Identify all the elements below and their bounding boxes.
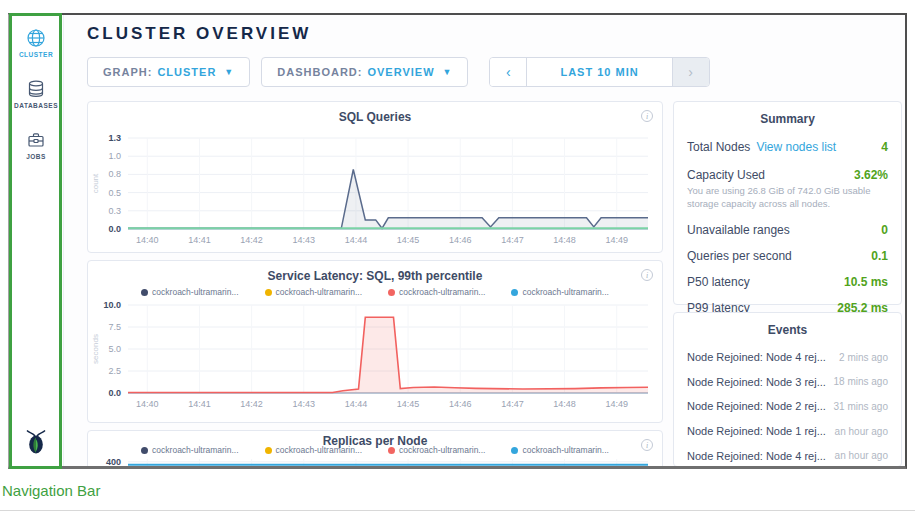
event-row[interactable]: Node Rejoined: Node 4 rej...an hour ago <box>687 443 888 467</box>
svg-text:14:48: 14:48 <box>553 399 576 409</box>
sidebar-item-databases[interactable]: DATABASES <box>14 79 58 109</box>
svg-text:0.5: 0.5 <box>108 188 121 198</box>
total-nodes-label: Total NodesView nodes list <box>687 140 836 154</box>
svg-text:0.0: 0.0 <box>108 388 121 398</box>
svg-text:14:45: 14:45 <box>397 399 420 409</box>
events-panel: Events Node Rejoined: Node 4 rej...2 min… <box>673 312 902 467</box>
legend-dot-icon <box>141 289 148 296</box>
event-time: 2 mins ago <box>839 352 888 363</box>
sidebar-item-label: CLUSTER <box>19 51 53 58</box>
sql-queries-chart-panel: SQL Queries i 0.00.30.50.81.01.314:4014:… <box>87 101 663 253</box>
graph-dropdown-label: GRAPH: <box>103 66 152 78</box>
capacity-value: 3.62% <box>854 168 888 182</box>
graph-dropdown[interactable]: GRAPH: CLUSTER ▼ <box>87 57 250 87</box>
svg-text:0.0: 0.0 <box>108 224 121 234</box>
service-latency-chart: 0.02.55.07.510.014:4014:4114:4214:4314:4… <box>88 299 660 413</box>
legend-item[interactable]: cockroach-ultramarin... <box>265 287 362 297</box>
info-icon[interactable]: i <box>641 439 653 451</box>
svg-text:400: 400 <box>106 457 121 467</box>
event-text: Node Rejoined: Node 4 rej... <box>687 351 826 363</box>
svg-text:14:42: 14:42 <box>240 399 263 409</box>
legend-label: cockroach-ultramarin... <box>522 287 608 297</box>
event-text: Node Rejoined: Node 4 rej... <box>687 450 826 462</box>
sidebar-item-jobs[interactable]: JOBS <box>26 130 46 160</box>
legend-item[interactable]: cockroach-ultramarin... <box>388 445 485 455</box>
svg-text:14:43: 14:43 <box>293 235 316 245</box>
briefcase-icon <box>26 130 46 150</box>
summary-row: Queries per second 0.1 <box>687 249 888 263</box>
svg-text:0.3: 0.3 <box>108 206 121 216</box>
legend-dot-icon <box>265 289 272 296</box>
sql-queries-chart: 0.00.30.50.81.01.314:4014:4114:4214:4314… <box>88 126 660 248</box>
svg-text:14:40: 14:40 <box>136 399 159 409</box>
events-list: Node Rejoined: Node 4 rej...2 mins agoNo… <box>687 345 888 467</box>
summary-row: Unavailable ranges 0 <box>687 223 888 237</box>
svg-text:14:44: 14:44 <box>345 235 368 245</box>
legend-item[interactable]: cockroach-ultramarin... <box>388 287 485 297</box>
database-icon <box>26 79 46 99</box>
event-time: an hour ago <box>835 426 888 437</box>
summary-row: P50 latency 10.5 ms <box>687 275 888 289</box>
summary-title: Summary <box>687 102 888 126</box>
svg-text:count: count <box>91 173 100 193</box>
controls-row: GRAPH: CLUSTER ▼ DASHBOARD: OVERVIEW ▼ ‹… <box>87 57 905 87</box>
navigation-bar: CLUSTER DATABASES <box>9 15 64 466</box>
svg-text:10.0: 10.0 <box>103 300 121 310</box>
svg-text:14:47: 14:47 <box>501 399 524 409</box>
legend-dot-icon <box>388 447 395 454</box>
sidebar-item-label: JOBS <box>26 153 46 160</box>
svg-text:2.5: 2.5 <box>108 366 121 376</box>
view-nodes-link[interactable]: View nodes list <box>756 140 836 154</box>
service-latency-chart-panel: Service Latency: SQL, 99th percentile i … <box>87 260 663 423</box>
event-row[interactable]: Node Rejoined: Node 2 rej...31 mins ago <box>687 394 888 419</box>
chevron-down-icon: ▼ <box>224 67 234 77</box>
legend-item[interactable]: cockroach-ultramarin... <box>141 445 238 455</box>
cockroachdb-logo[interactable] <box>22 429 50 459</box>
legend-dot-icon <box>511 447 518 454</box>
event-row[interactable]: Node Rejoined: Node 3 rej...18 mins ago <box>687 370 888 395</box>
svg-text:14:47: 14:47 <box>501 235 524 245</box>
svg-text:14:40: 14:40 <box>136 235 159 245</box>
legend-label: cockroach-ultramarin... <box>522 445 608 455</box>
total-nodes-row: Total NodesView nodes list 4 <box>687 140 888 154</box>
legend-item[interactable]: cockroach-ultramarin... <box>511 445 608 455</box>
legend-item[interactable]: cockroach-ultramarin... <box>265 445 362 455</box>
svg-text:14:49: 14:49 <box>605 399 628 409</box>
svg-text:7.5: 7.5 <box>108 322 121 332</box>
chart-legend: cockroach-ultramarin...cockroach-ultrama… <box>88 285 662 299</box>
chart-title: Service Latency: SQL, 99th percentile <box>88 261 662 285</box>
app-window: CLUSTER DATABASES <box>8 13 907 469</box>
svg-text:1.0: 1.0 <box>108 151 121 161</box>
svg-text:14:44: 14:44 <box>345 399 368 409</box>
legend-item[interactable]: cockroach-ultramarin... <box>141 287 238 297</box>
time-prev-button[interactable]: ‹ <box>490 58 527 86</box>
dashboard-dropdown[interactable]: DASHBOARD: OVERVIEW ▼ <box>261 57 468 87</box>
sidebar-item-cluster[interactable]: CLUSTER <box>19 28 53 58</box>
dashboard-dropdown-value: OVERVIEW <box>367 66 434 78</box>
event-text: Node Rejoined: Node 1 rej... <box>687 425 826 437</box>
event-row[interactable]: Node Rejoined: Node 4 rej...2 mins ago <box>687 345 888 370</box>
event-time: an hour ago <box>835 450 888 461</box>
time-range-label[interactable]: LAST 10 MIN <box>527 58 671 86</box>
svg-text:14:49: 14:49 <box>605 235 628 245</box>
legend-label: cockroach-ultramarin... <box>399 445 485 455</box>
dashboard-content: SQL Queries i 0.00.30.50.81.01.314:4014:… <box>87 101 905 469</box>
info-icon[interactable]: i <box>641 110 653 122</box>
time-next-button[interactable]: › <box>672 58 709 86</box>
legend-label: cockroach-ultramarin... <box>276 287 362 297</box>
info-icon[interactable]: i <box>641 269 653 281</box>
cockroach-bug-icon <box>22 429 50 455</box>
legend-label: cockroach-ultramarin... <box>152 445 238 455</box>
svg-text:1.3: 1.3 <box>108 133 121 143</box>
event-row[interactable]: Node Rejoined: Node 1 rej...an hour ago <box>687 419 888 444</box>
dashboard-dropdown-label: DASHBOARD: <box>277 66 362 78</box>
chart-title: SQL Queries <box>88 102 662 126</box>
right-column: Summary Total NodesView nodes list 4 Cap… <box>673 101 902 469</box>
legend-label: cockroach-ultramarin... <box>152 287 238 297</box>
event-text: Node Rejoined: Node 2 rej... <box>687 400 826 412</box>
legend-item[interactable]: cockroach-ultramarin... <box>511 287 608 297</box>
time-window-selector: ‹ LAST 10 MIN › <box>489 57 709 87</box>
svg-text:14:46: 14:46 <box>449 235 472 245</box>
page-divider <box>0 510 915 511</box>
replicas-chart-panel: Replicas per Node i cockroach-ultramarin… <box>87 430 663 469</box>
